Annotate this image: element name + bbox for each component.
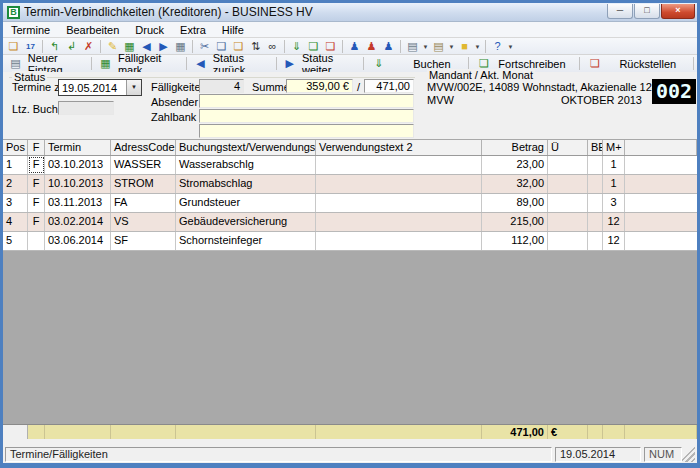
menubar: Termine Bearbeiten Druck Extra Hilfe xyxy=(3,22,697,38)
toolbar-actions: ▤ Neuer Eintrag ▦ Fälligkeit mark. ◀ Sta… xyxy=(3,55,697,72)
ltz-buch-label: Ltz. Buch. xyxy=(12,103,61,115)
menu-hilfe[interactable]: Hilfe xyxy=(214,24,252,36)
open-termine-icon[interactable]: ❏ xyxy=(5,39,22,54)
neuer-eintrag-icon: ▤ xyxy=(9,56,22,71)
person-key-icon[interactable]: ♟ xyxy=(363,39,380,54)
note-icon[interactable]: ■ xyxy=(456,39,473,54)
statusbar-num-lock: NUM xyxy=(644,447,682,462)
summe-total-field: 471,00 € xyxy=(364,79,414,93)
col-header-mplus: M+ xyxy=(603,140,625,155)
menu-bearbeiten[interactable]: Bearbeiten xyxy=(58,24,127,36)
print-dropdown-icon[interactable]: ▼ xyxy=(421,39,430,54)
statusbar: Termine/Fälligkeiten 19.05.2014 NUM xyxy=(3,446,697,463)
separator xyxy=(400,40,401,53)
table-row[interactable]: 2 F 10.10.2013 STROM Stromabschlag 32,00… xyxy=(3,175,697,194)
zahlbank-label: Zahlbank xyxy=(151,111,196,123)
status-panel: Status Termine zum 19.05.2014 ▼ Ltz. Buc… xyxy=(3,72,697,139)
statusbar-context: Termine/Fälligkeiten xyxy=(5,447,552,462)
persons-icon[interactable]: ♟ xyxy=(380,39,397,54)
rueckstellen-icon: ❏ xyxy=(586,56,603,71)
table-row[interactable]: 1 F 03.10.2013 WASSER Wasserabschlg 23,0… xyxy=(3,156,697,175)
sum-betrag: 471,00 xyxy=(482,425,548,439)
separator xyxy=(363,57,364,70)
col-header-f: F xyxy=(28,140,45,155)
mandant-code: MVW xyxy=(427,94,454,106)
table-row[interactable]: 4 F 03.02.2014 VS Gebäudeversicherung 21… xyxy=(3,213,697,232)
table-row[interactable]: 3 F 03.11.2013 FA Grundsteuer 89,00 3 xyxy=(3,194,697,213)
help-icon[interactable]: ? xyxy=(489,39,506,54)
focus-cell[interactable]: F xyxy=(28,156,45,174)
print-form-icon[interactable]: ▤ xyxy=(430,39,447,54)
cut-icon[interactable]: ✂ xyxy=(196,39,213,54)
search-binoculars-icon[interactable]: ∞ xyxy=(264,39,281,54)
titlebar[interactable]: B Termin-Verbindlichkeiten (Kreditoren) … xyxy=(3,3,697,22)
mandant-group-label: Mandant / Akt. Monat xyxy=(427,69,535,81)
zahlbank-field[interactable] xyxy=(199,109,414,123)
table-empty-area xyxy=(3,251,697,424)
menu-extra[interactable]: Extra xyxy=(172,24,214,36)
window-title: Termin-Verbindlichkeiten (Kreditoren) - … xyxy=(24,5,607,19)
col-header-be: BE xyxy=(588,140,603,155)
goto-row-icon[interactable]: ▦ xyxy=(172,39,189,54)
col-header-adresscode: AdressCode xyxy=(111,140,176,155)
menu-termine[interactable]: Termine xyxy=(3,24,58,36)
col-header-empty xyxy=(625,140,697,155)
summe-open-field: 359,00 € xyxy=(286,79,353,93)
col-header-pos: Pos xyxy=(3,140,28,155)
col-header-verwendungstext2: Verwendungstext 2 xyxy=(316,140,482,155)
faelligkeit-mark-icon: ▦ xyxy=(99,56,112,71)
status-zurueck-button[interactable]: ◀ Status zurück xyxy=(190,56,273,71)
mandant-address: MVW/002E, 14089 Wohnstadt, Akazienalle 1… xyxy=(427,81,668,93)
help-dropdown-icon[interactable]: ▼ xyxy=(506,39,515,54)
table-sum-row: 471,00 € xyxy=(3,424,697,439)
minimize-button[interactable]: ─ xyxy=(607,4,633,19)
bottom-gap xyxy=(3,439,697,446)
note-dropdown-icon[interactable]: ▼ xyxy=(473,39,482,54)
separator xyxy=(579,57,580,70)
separator xyxy=(693,57,694,70)
neuer-eintrag-button[interactable]: ▤ Neuer Eintrag xyxy=(5,56,88,71)
col-header-betrag: Betrag xyxy=(482,140,548,155)
summe-label: Summe xyxy=(252,81,290,93)
separator xyxy=(276,57,277,70)
statusbar-date: 19.05.2014 xyxy=(555,447,641,462)
termine-zum-combobox[interactable]: 19.05.2014 ▼ xyxy=(58,79,142,96)
mandant-counter-display: 002 xyxy=(652,79,696,104)
separator xyxy=(100,40,101,53)
chevron-down-icon[interactable]: ▼ xyxy=(126,80,141,95)
separator xyxy=(91,57,92,70)
status-weiter-icon: ▶ xyxy=(283,56,296,71)
zahlbank-extra-field[interactable] xyxy=(199,124,414,138)
print-form-dropdown-icon[interactable]: ▼ xyxy=(447,39,456,54)
separator xyxy=(485,40,486,53)
separator xyxy=(284,40,285,53)
resize-grip[interactable] xyxy=(682,447,695,462)
close-button[interactable]: × xyxy=(661,4,695,19)
rueckstellen-button[interactable]: ❏ Rückstellen xyxy=(582,56,690,71)
col-header-buchungstext: Buchungstext/Verwendungstext 1 xyxy=(176,140,316,155)
separator xyxy=(192,40,193,53)
print-icon[interactable]: ▤ xyxy=(404,39,421,54)
status-weiter-button[interactable]: ▶ Status weiter xyxy=(279,56,359,71)
sum-currency: € xyxy=(548,425,588,439)
absender-field[interactable] xyxy=(199,94,414,108)
termine-table: Pos F Termin AdressCode Buchungstext/Ver… xyxy=(3,139,697,439)
current-month: OKTOBER 2013 xyxy=(561,94,642,106)
table-row[interactable]: 5 03.06.2014 SF Schornsteinfeger 112,00 … xyxy=(3,232,697,251)
faelligkeiten-count-field: 4 xyxy=(199,79,244,93)
summe-separator: / xyxy=(357,81,360,93)
app-window: B Termin-Verbindlichkeiten (Kreditoren) … xyxy=(0,0,700,468)
col-header-termin: Termin xyxy=(45,140,111,155)
faelligkeit-mark-button[interactable]: ▦ Fälligkeit mark. xyxy=(95,56,183,71)
absender-label: Absender xyxy=(151,96,198,108)
separator xyxy=(186,57,187,70)
row-delete-icon[interactable]: ✗ xyxy=(80,39,97,54)
buchen-icon: ⇓ xyxy=(370,56,387,71)
app-icon: B xyxy=(7,6,20,19)
status-zurueck-icon: ◀ xyxy=(194,56,207,71)
status-groupbox xyxy=(9,77,415,78)
table-header-row: Pos F Termin AdressCode Buchungstext/Ver… xyxy=(3,140,697,156)
maximize-button[interactable]: □ xyxy=(634,4,660,19)
col-header-ue: Ü xyxy=(548,140,588,155)
menu-druck[interactable]: Druck xyxy=(127,24,172,36)
